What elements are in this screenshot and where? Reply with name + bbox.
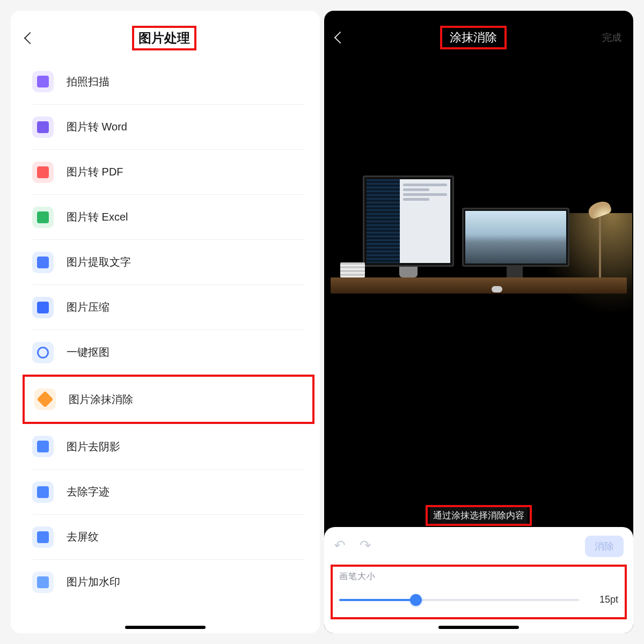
scan-icon bbox=[32, 71, 54, 92]
list-item-scan[interactable]: 拍照扫描 bbox=[32, 59, 305, 104]
right-screen: 涂抹消除 完成 bbox=[324, 11, 633, 633]
ocr-icon bbox=[32, 252, 54, 273]
deshadow-icon bbox=[32, 436, 54, 457]
to-word-icon bbox=[32, 116, 54, 138]
list-item-descreen[interactable]: 去屏纹 bbox=[32, 514, 305, 559]
right-header: 涂抹消除 完成 bbox=[324, 11, 633, 55]
list-item-to-word[interactable]: 图片转 Word bbox=[32, 104, 305, 149]
slider-thumb[interactable] bbox=[410, 594, 422, 606]
page-title: 图片处理 bbox=[132, 26, 196, 50]
list-item-label: 图片转 Excel bbox=[67, 210, 128, 224]
remove-hand-icon bbox=[32, 481, 54, 503]
highlight-box: 图片涂抹消除 bbox=[23, 375, 314, 424]
list-item-remove-hand[interactable]: 去除字迹 bbox=[32, 469, 305, 514]
list-item-label: 去屏纹 bbox=[67, 530, 99, 544]
list-item-label: 拍照扫描 bbox=[67, 75, 109, 89]
list-item-to-excel[interactable]: 图片转 Excel bbox=[32, 194, 305, 239]
home-indicator[interactable] bbox=[438, 626, 519, 629]
bottom-panel: 消除 画笔大小 15pt bbox=[324, 527, 633, 633]
list-item-label: 图片加水印 bbox=[67, 575, 120, 589]
done-button[interactable]: 完成 bbox=[602, 31, 621, 44]
photo-content bbox=[331, 181, 627, 353]
left-screen: 图片处理 拍照扫描图片转 Word图片转 PDF图片转 Excel图片提取文字图… bbox=[11, 11, 320, 633]
cutout-icon bbox=[32, 342, 54, 363]
home-indicator[interactable] bbox=[125, 626, 206, 629]
brush-size-slider[interactable] bbox=[339, 599, 580, 601]
to-excel-icon bbox=[32, 207, 54, 228]
list-item-label: 一键抠图 bbox=[67, 345, 109, 360]
watermark-icon bbox=[32, 572, 54, 593]
list-item-label: 图片转 PDF bbox=[67, 165, 123, 179]
list-item-erase[interactable]: 图片涂抹消除 bbox=[34, 377, 303, 422]
image-canvas[interactable]: 通过涂抹选择消除内容 bbox=[324, 55, 633, 527]
page-title: 涂抹消除 bbox=[440, 26, 507, 49]
brush-size-section: 画笔大小 15pt bbox=[331, 565, 627, 619]
list-item-label: 图片压缩 bbox=[67, 300, 109, 314]
hint-highlight: 通过涂抹选择消除内容 bbox=[426, 505, 532, 526]
hint-text: 通过涂抹选择消除内容 bbox=[430, 507, 528, 524]
to-pdf-icon bbox=[32, 162, 54, 183]
list-item-watermark[interactable]: 图片加水印 bbox=[32, 559, 305, 604]
list-item-label: 图片提取文字 bbox=[67, 255, 131, 269]
feature-list: 拍照扫描图片转 Word图片转 PDF图片转 Excel图片提取文字图片压缩一键… bbox=[11, 59, 320, 604]
redo-icon[interactable] bbox=[360, 540, 374, 552]
list-item-label: 图片涂抹消除 bbox=[69, 392, 133, 407]
list-item-ocr[interactable]: 图片提取文字 bbox=[32, 239, 305, 284]
list-item-deshadow[interactable]: 图片去阴影 bbox=[32, 424, 305, 469]
list-item-compress[interactable]: 图片压缩 bbox=[32, 284, 305, 330]
erase-button[interactable]: 消除 bbox=[585, 536, 624, 557]
list-item-label: 去除字迹 bbox=[67, 485, 109, 499]
brush-size-label: 画笔大小 bbox=[339, 571, 618, 582]
slider-fill bbox=[339, 599, 416, 601]
list-item-label: 图片转 Word bbox=[67, 120, 127, 134]
erase-icon bbox=[34, 389, 56, 410]
list-item-cutout[interactable]: 一键抠图 bbox=[32, 330, 305, 375]
list-item-to-pdf[interactable]: 图片转 PDF bbox=[32, 149, 305, 194]
left-header: 图片处理 bbox=[11, 11, 320, 59]
compress-icon bbox=[32, 297, 54, 318]
list-item-label: 图片去阴影 bbox=[67, 440, 120, 454]
undo-icon[interactable] bbox=[334, 540, 348, 552]
brush-size-value: 15pt bbox=[595, 594, 618, 605]
descreen-icon bbox=[32, 526, 54, 548]
